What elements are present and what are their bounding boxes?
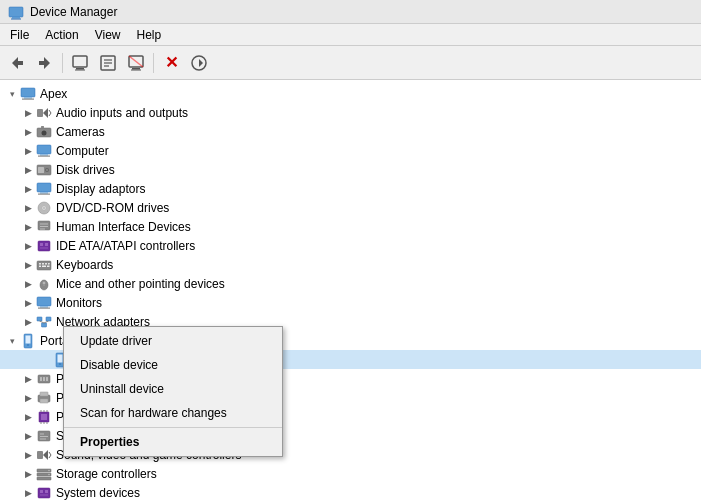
toolbar-disable[interactable] [123,50,149,76]
expand-audio[interactable]: ▶ [20,105,36,121]
svg-rect-2 [11,18,21,19]
context-menu-disable-device[interactable]: Disable device [64,353,282,377]
svg-rect-14 [131,69,141,70]
context-menu-uninstall-device[interactable]: Uninstall device [64,377,282,401]
svg-point-59 [43,282,46,284]
tree-item-disk[interactable]: ▶ Disk drives [0,160,701,179]
label-hid: Human Interface Devices [56,220,191,234]
svg-line-96 [49,455,51,458]
toolbar-update-driver[interactable] [95,50,121,76]
tree-item-display[interactable]: ▶ Display adaptors [0,179,701,198]
menu-view[interactable]: View [87,26,129,44]
menu-help[interactable]: Help [129,26,170,44]
toolbar-scan[interactable] [186,50,212,76]
expand-proc[interactable]: ▶ [20,409,36,425]
app-icon [8,4,24,20]
toolbar-uninstall[interactable]: ✕ [158,50,184,76]
expand-network[interactable]: ▶ [20,314,36,330]
context-menu-update-driver[interactable]: Update driver [64,329,282,353]
tree-item-keyboards[interactable]: ▶ Keyboards [0,255,701,274]
label-syst: System devices [56,486,140,500]
svg-marker-3 [12,57,23,69]
toolbar-back[interactable] [4,50,30,76]
svg-point-26 [42,130,47,135]
expand-keyboards[interactable]: ▶ [20,257,36,273]
device-tree[interactable]: ▾ Apex ▶ Audio inputs and [0,80,701,502]
expand-ports[interactable]: ▶ [20,371,36,387]
expand-apex[interactable]: ▾ [4,86,20,102]
expand-sound[interactable]: ▶ [20,447,36,463]
expand-portable[interactable]: ▾ [4,333,20,349]
expand-cameras[interactable]: ▶ [20,124,36,140]
svg-point-34 [46,169,48,171]
svg-marker-94 [43,450,48,460]
svg-point-101 [48,473,50,475]
svg-rect-56 [47,265,50,267]
tree-item-ide[interactable]: ▶ IDE ATA/ATAPI controllers [0,236,701,255]
expand-ide[interactable]: ▶ [20,238,36,254]
svg-rect-102 [38,488,50,498]
tree-item-monitors[interactable]: ▶ Monitors [0,293,701,312]
expand-syst[interactable]: ▶ [20,485,36,501]
svg-line-67 [44,321,49,323]
tree-item-cameras[interactable]: ▶ Cameras [0,122,701,141]
svg-rect-99 [37,477,51,480]
toolbar-forward[interactable] [32,50,58,76]
toolbar-sep2 [153,53,154,73]
tree-item-dvd[interactable]: ▶ DVD/CD-ROM drives [0,198,701,217]
svg-rect-80 [40,399,48,403]
svg-rect-82 [41,414,47,420]
menu-action[interactable]: Action [37,26,86,44]
expand-computer[interactable]: ▶ [20,143,36,159]
svg-rect-35 [37,183,51,192]
expand-soft[interactable]: ▶ [20,428,36,444]
icon-audio [36,105,52,121]
svg-rect-18 [21,88,35,97]
context-menu-scan-hardware[interactable]: Scan for hardware changes [64,401,282,425]
label-mice: Mice and other pointing devices [56,277,225,291]
svg-rect-47 [45,243,48,246]
icon-print [36,390,52,406]
svg-rect-13 [132,68,140,70]
expand-hid[interactable]: ▶ [20,219,36,235]
svg-rect-64 [46,317,51,321]
svg-rect-50 [39,263,41,265]
expand-mice[interactable]: ▶ [20,276,36,292]
menu-file[interactable]: File [2,26,37,44]
svg-rect-62 [38,307,50,308]
svg-rect-6 [76,68,84,70]
toolbar-properties[interactable] [67,50,93,76]
tree-item-stor[interactable]: ▶ Storage controllers [0,464,701,483]
svg-rect-20 [22,98,34,99]
svg-point-73 [59,363,61,365]
svg-marker-17 [199,59,203,67]
context-menu-properties[interactable]: Properties [64,430,282,454]
label-ide: IDE ATA/ATAPI controllers [56,239,195,253]
icon-stor [36,466,52,482]
tree-item-audio[interactable]: ▶ Audio inputs and outputs [0,103,701,122]
tree-item-apex[interactable]: ▾ Apex [0,84,701,103]
toolbar-sep1 [62,53,63,73]
expand-print[interactable]: ▶ [20,390,36,406]
icon-ide [36,238,52,254]
expand-stor[interactable]: ▶ [20,466,36,482]
svg-point-40 [43,207,45,209]
svg-rect-0 [9,7,23,17]
expand-dvd[interactable]: ▶ [20,200,36,216]
svg-rect-30 [38,155,50,156]
expand-monitors[interactable]: ▶ [20,295,36,311]
svg-rect-60 [37,297,51,306]
tree-item-computer[interactable]: ▶ Computer [0,141,701,160]
tree-item-hid[interactable]: ▶ Human Interface Devices [0,217,701,236]
svg-rect-32 [38,167,44,173]
icon-syst [36,485,52,501]
svg-rect-51 [42,263,44,265]
svg-rect-53 [48,263,50,265]
expand-disk[interactable]: ▶ [20,162,36,178]
tree-item-syst[interactable]: ▶ System devices [0,483,701,502]
tree-item-mice[interactable]: ▶ Mice and other pointing devices [0,274,701,293]
context-menu-separator [64,427,282,428]
icon-soft [36,428,52,444]
svg-line-23 [49,110,51,113]
expand-display[interactable]: ▶ [20,181,36,197]
